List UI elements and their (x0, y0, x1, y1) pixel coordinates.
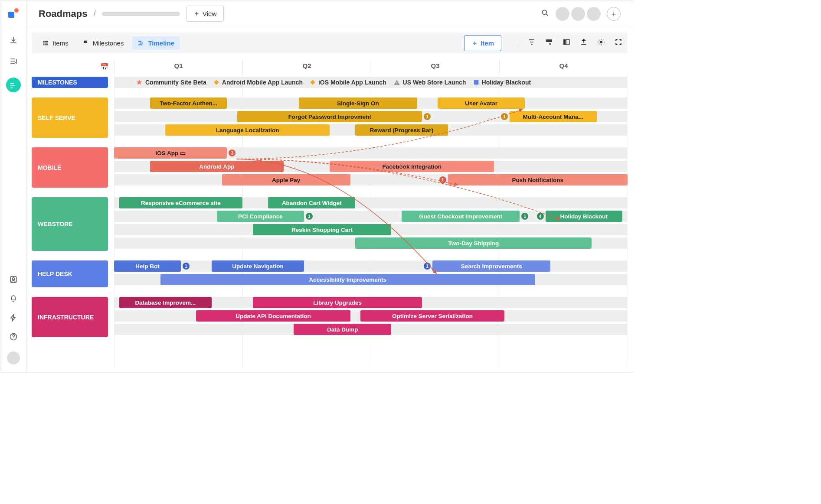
milestone-item[interactable]: Holiday Blackout (473, 79, 531, 86)
svg-point-1 (12, 278, 14, 280)
tab-milestones[interactable]: Milestones (77, 36, 129, 50)
dependency-badge[interactable]: 1 (439, 176, 446, 183)
timeline-area: 📅 Q1Q2Q3Q4 MILESTONESCommunity Site Beta… (32, 60, 628, 367)
timeline-bar[interactable]: Forgot Password Improvment1 (237, 111, 422, 122)
milestone-item[interactable]: US Web Store Launch (393, 79, 466, 86)
timeline-bar[interactable]: Multi-Account Mana...1 (510, 111, 597, 122)
timeline-row: PCI Compliance1Guest Checkout Improvemen… (114, 211, 628, 222)
timeline-bar[interactable]: Holiday Blackout4 (546, 211, 623, 222)
timeline-bar[interactable]: Reward (Progress Bar) (355, 124, 448, 136)
dependency-badge[interactable]: 1 (306, 213, 313, 220)
avatar[interactable] (587, 7, 601, 21)
lane-body: Community Site BetaAndroid Mobile App La… (114, 77, 628, 88)
timeline-bar[interactable]: Data Dump (294, 324, 391, 335)
milestone-item[interactable]: iOS Mobile App Launch (310, 79, 386, 86)
dependency-badge[interactable]: 4 (537, 213, 544, 220)
view-tabs: Items Milestones Timeline ＋Item (32, 33, 628, 53)
fullscreen-icon[interactable] (615, 38, 622, 48)
left-nav-rail (0, 0, 26, 372)
user-avatar[interactable] (7, 351, 20, 364)
timeline-bar[interactable]: Update Navigation (212, 260, 304, 272)
download-icon[interactable] (9, 36, 18, 45)
dependency-badge[interactable]: 1 (424, 263, 431, 270)
list-icon[interactable] (9, 57, 18, 65)
timeline-bar[interactable]: Single-Sign On (299, 98, 417, 109)
milestone-item[interactable]: Community Site Beta (136, 79, 206, 86)
timeline-bar[interactable]: Optimize Server Serialization (360, 310, 504, 322)
svg-point-3 (542, 10, 546, 14)
svg-point-15 (600, 41, 602, 43)
timeline-row: Help Bot1Update NavigationSearch Improve… (114, 260, 628, 272)
timeline-bar[interactable]: iOS App ▭3 (114, 147, 227, 159)
timeline-bar[interactable]: Responsive eCommerce site (119, 197, 242, 208)
timeline-bar[interactable]: PCI Compliance1 (217, 211, 304, 222)
search-icon[interactable] (541, 9, 550, 19)
timeline-bar[interactable]: Two-Day Shipping (355, 237, 592, 249)
help-icon[interactable] (9, 332, 18, 341)
timeline-bar[interactable]: Help Bot1 (114, 260, 181, 272)
avatar[interactable] (556, 7, 569, 21)
dependency-badge[interactable]: 1 (424, 113, 431, 120)
timeline-bar[interactable]: Search Improvements1 (432, 260, 550, 272)
svg-rect-4 (43, 41, 44, 42)
quarter-header: Q1 (114, 60, 242, 72)
bell-icon[interactable] (9, 294, 18, 303)
date-settings-icon[interactable]: 📅 (100, 63, 109, 71)
export-icon[interactable] (580, 38, 588, 48)
dependency-badge[interactable]: 1 (501, 113, 508, 120)
timeline-bar[interactable]: Language Localization (165, 124, 330, 136)
timeline-row: Accessibility Improvements (114, 274, 628, 285)
timeline-bar[interactable]: Update API Documentation (196, 310, 350, 322)
add-item-button[interactable]: ＋Item (464, 35, 501, 51)
timeline-bar[interactable]: Library Upgrades (253, 297, 422, 308)
lane-body: iOS App ▭3Android AppFacebook Integratio… (114, 147, 628, 188)
timeline-bar[interactable]: User Avatar (438, 98, 525, 109)
tab-timeline[interactable]: Timeline (132, 36, 180, 50)
dependency-badge[interactable]: 1 (521, 213, 528, 220)
svg-rect-11 (140, 42, 143, 43)
timeline-nav-icon[interactable] (6, 78, 21, 92)
lane-label-mobile[interactable]: MOBILE (32, 147, 108, 188)
tab-items[interactable]: Items (37, 36, 74, 50)
lane-label-milestones[interactable]: MILESTONES (32, 77, 108, 88)
timeline-row: Responsive eCommerce siteAbandon Cart Wi… (114, 197, 628, 208)
add-collaborator-button[interactable]: ＋ (607, 7, 621, 21)
timeline-row: Two-Factor Authen...Single-Sign OnUser A… (114, 98, 628, 109)
timeline-bar[interactable]: Android App (150, 161, 284, 172)
timeline-row: Two-Day Shipping (114, 237, 628, 249)
timeline-row: Language LocalizationReward (Progress Ba… (114, 124, 628, 136)
timeline-bar[interactable]: Reskin Shopping Cart (253, 224, 392, 235)
add-view-button[interactable]: ＋View (186, 6, 224, 22)
svg-rect-5 (44, 41, 48, 42)
timeline-bar[interactable]: Abandon Cart Widget (268, 197, 355, 208)
svg-rect-16 (474, 80, 478, 85)
avatar[interactable] (571, 7, 585, 21)
lane-body: Help Bot1Update NavigationSearch Improve… (114, 260, 628, 287)
gear-icon[interactable] (597, 38, 605, 48)
link-icon[interactable] (545, 38, 553, 48)
timeline-bar[interactable]: Push Notifications1 (448, 174, 628, 185)
lane-label-infra[interactable]: INFRASTRUCTURE (32, 297, 108, 337)
lane-body: Two-Factor Authen...Single-Sign OnUser A… (114, 98, 628, 138)
timeline-bar[interactable]: Two-Factor Authen... (150, 98, 227, 109)
svg-rect-9 (44, 44, 48, 45)
filter-icon[interactable] (528, 38, 536, 48)
page-title: Roadmaps (39, 8, 87, 20)
timeline-bar[interactable]: Database Improvem... (119, 297, 212, 308)
lane-label-helpdesk[interactable]: HELP DESK (32, 260, 108, 287)
timeline-bar[interactable]: Accessibility Improvements (160, 274, 535, 285)
lane-label-selfserve[interactable]: SELF SERVE (32, 98, 108, 138)
layout-icon[interactable] (563, 38, 570, 48)
timeline-bar[interactable]: Guest Checkout Improvement1 (402, 211, 520, 222)
dependency-badge[interactable]: 1 (183, 263, 190, 270)
bolt-icon[interactable] (9, 313, 18, 322)
top-header: Roadmaps / ＋View ＋ (26, 0, 633, 27)
svg-rect-7 (44, 42, 48, 43)
contact-icon[interactable] (9, 275, 18, 284)
timeline-bar[interactable]: Facebook Integration (330, 161, 494, 172)
lane-label-webstore[interactable]: WEBSTORE (32, 197, 108, 251)
timeline-bar[interactable]: Apple Pay (222, 174, 350, 185)
svg-rect-13 (563, 39, 566, 45)
milestone-item[interactable]: Android Mobile App Launch (213, 79, 303, 86)
dependency-badge[interactable]: 3 (229, 150, 236, 156)
